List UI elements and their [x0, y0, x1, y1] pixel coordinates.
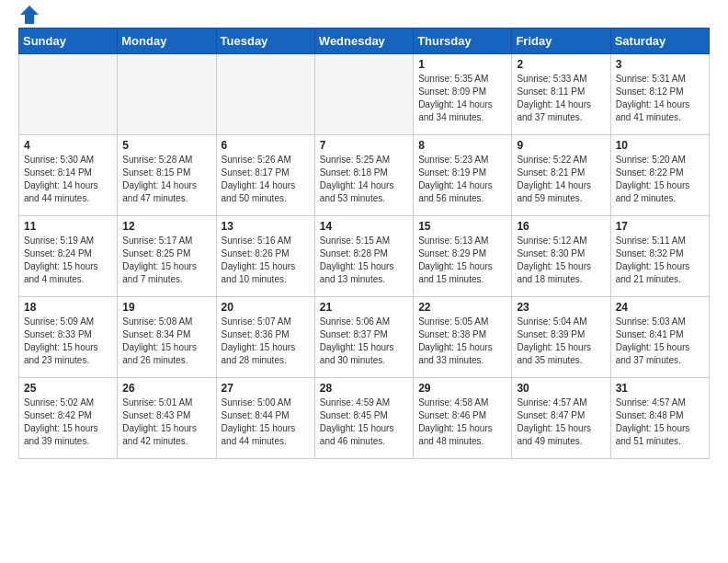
weekday-header-saturday: Saturday	[610, 29, 709, 54]
day-number: 24	[616, 301, 704, 314]
weekday-header-wednesday: Wednesday	[314, 29, 413, 54]
day-cell-7: 7Sunrise: 5:25 AM Sunset: 8:18 PM Daylig…	[314, 135, 413, 216]
weekday-header-sunday: Sunday	[19, 29, 118, 54]
day-info: Sunrise: 5:07 AM Sunset: 8:36 PM Dayligh…	[222, 316, 310, 367]
day-info: Sunrise: 5:19 AM Sunset: 8:24 PM Dayligh…	[24, 235, 112, 286]
day-info: Sunrise: 5:28 AM Sunset: 8:15 PM Dayligh…	[122, 154, 210, 205]
day-cell-13: 13Sunrise: 5:16 AM Sunset: 8:26 PM Dayli…	[216, 216, 314, 297]
day-info: Sunrise: 5:01 AM Sunset: 8:43 PM Dayligh…	[122, 396, 210, 448]
day-cell-11: 11Sunrise: 5:19 AM Sunset: 8:24 PM Dayli…	[19, 216, 118, 297]
day-cell-5: 5Sunrise: 5:28 AM Sunset: 8:15 PM Daylig…	[118, 135, 216, 216]
day-info: Sunrise: 5:03 AM Sunset: 8:41 PM Dayligh…	[616, 316, 704, 367]
day-number: 15	[418, 220, 506, 233]
day-cell-15: 15Sunrise: 5:13 AM Sunset: 8:29 PM Dayli…	[414, 216, 512, 297]
day-info: Sunrise: 5:11 AM Sunset: 8:32 PM Dayligh…	[616, 235, 704, 286]
day-info: Sunrise: 5:09 AM Sunset: 8:33 PM Dayligh…	[24, 316, 112, 367]
day-info: Sunrise: 5:02 AM Sunset: 8:42 PM Dayligh…	[24, 396, 112, 448]
day-number: 4	[24, 139, 112, 152]
day-info: Sunrise: 5:04 AM Sunset: 8:39 PM Dayligh…	[517, 316, 605, 367]
day-number: 23	[517, 301, 605, 314]
day-cell-16: 16Sunrise: 5:12 AM Sunset: 8:30 PM Dayli…	[512, 216, 610, 297]
logo	[18, 15, 39, 24]
weekday-header-friday: Friday	[512, 29, 610, 54]
week-row-1: 1Sunrise: 5:35 AM Sunset: 8:09 PM Daylig…	[19, 54, 710, 135]
weekday-header-monday: Monday	[118, 29, 216, 54]
day-number: 22	[418, 301, 506, 314]
day-number: 20	[222, 301, 310, 314]
day-cell-8: 8Sunrise: 5:23 AM Sunset: 8:19 PM Daylig…	[414, 135, 512, 216]
day-info: Sunrise: 5:05 AM Sunset: 8:38 PM Dayligh…	[418, 316, 506, 367]
day-cell-3: 3Sunrise: 5:31 AM Sunset: 8:12 PM Daylig…	[610, 54, 709, 135]
day-number: 31	[616, 382, 704, 395]
day-cell-17: 17Sunrise: 5:11 AM Sunset: 8:32 PM Dayli…	[610, 216, 709, 297]
day-info: Sunrise: 5:20 AM Sunset: 8:22 PM Dayligh…	[616, 154, 704, 205]
day-number: 13	[222, 220, 310, 233]
week-row-4: 18Sunrise: 5:09 AM Sunset: 8:33 PM Dayli…	[19, 297, 710, 378]
empty-cell	[314, 54, 413, 135]
weekday-header-tuesday: Tuesday	[216, 29, 314, 54]
day-cell-1: 1Sunrise: 5:35 AM Sunset: 8:09 PM Daylig…	[414, 54, 512, 135]
day-info: Sunrise: 5:23 AM Sunset: 8:19 PM Dayligh…	[418, 154, 506, 205]
day-info: Sunrise: 5:22 AM Sunset: 8:21 PM Dayligh…	[517, 154, 605, 205]
page-container: SundayMondayTuesdayWednesdayThursdayFrid…	[0, 0, 728, 474]
day-number: 14	[320, 220, 408, 233]
day-cell-20: 20Sunrise: 5:07 AM Sunset: 8:36 PM Dayli…	[216, 297, 314, 378]
empty-cell	[216, 54, 314, 135]
week-row-5: 25Sunrise: 5:02 AM Sunset: 8:42 PM Dayli…	[19, 378, 710, 459]
day-number: 28	[320, 382, 408, 395]
day-number: 5	[122, 139, 210, 152]
day-cell-2: 2Sunrise: 5:33 AM Sunset: 8:11 PM Daylig…	[512, 54, 610, 135]
day-number: 30	[517, 382, 605, 395]
week-row-3: 11Sunrise: 5:19 AM Sunset: 8:24 PM Dayli…	[19, 216, 710, 297]
day-number: 21	[320, 301, 408, 314]
day-number: 25	[24, 382, 112, 395]
header	[18, 15, 710, 24]
day-number: 12	[122, 220, 210, 233]
day-cell-22: 22Sunrise: 5:05 AM Sunset: 8:38 PM Dayli…	[414, 297, 512, 378]
day-cell-25: 25Sunrise: 5:02 AM Sunset: 8:42 PM Dayli…	[19, 378, 118, 459]
day-number: 9	[517, 139, 605, 152]
day-cell-9: 9Sunrise: 5:22 AM Sunset: 8:21 PM Daylig…	[512, 135, 610, 216]
day-cell-28: 28Sunrise: 4:59 AM Sunset: 8:45 PM Dayli…	[314, 378, 413, 459]
day-info: Sunrise: 5:16 AM Sunset: 8:26 PM Dayligh…	[222, 235, 310, 286]
day-number: 7	[320, 139, 408, 152]
day-cell-18: 18Sunrise: 5:09 AM Sunset: 8:33 PM Dayli…	[19, 297, 118, 378]
day-cell-26: 26Sunrise: 5:01 AM Sunset: 8:43 PM Dayli…	[118, 378, 216, 459]
logo-icon	[20, 6, 39, 24]
day-cell-24: 24Sunrise: 5:03 AM Sunset: 8:41 PM Dayli…	[610, 297, 709, 378]
day-number: 26	[122, 382, 210, 395]
day-number: 11	[24, 220, 112, 233]
day-cell-12: 12Sunrise: 5:17 AM Sunset: 8:25 PM Dayli…	[118, 216, 216, 297]
day-number: 8	[418, 139, 506, 152]
day-info: Sunrise: 5:31 AM Sunset: 8:12 PM Dayligh…	[616, 73, 704, 124]
day-number: 10	[616, 139, 704, 152]
day-cell-4: 4Sunrise: 5:30 AM Sunset: 8:14 PM Daylig…	[19, 135, 118, 216]
day-info: Sunrise: 4:59 AM Sunset: 8:45 PM Dayligh…	[320, 396, 408, 448]
day-number: 27	[222, 382, 310, 395]
day-number: 17	[616, 220, 704, 233]
day-info: Sunrise: 5:26 AM Sunset: 8:17 PM Dayligh…	[222, 154, 310, 205]
day-info: Sunrise: 4:57 AM Sunset: 8:48 PM Dayligh…	[616, 396, 704, 448]
week-row-2: 4Sunrise: 5:30 AM Sunset: 8:14 PM Daylig…	[19, 135, 710, 216]
day-cell-27: 27Sunrise: 5:00 AM Sunset: 8:44 PM Dayli…	[216, 378, 314, 459]
day-info: Sunrise: 5:00 AM Sunset: 8:44 PM Dayligh…	[222, 396, 310, 448]
day-number: 6	[222, 139, 310, 152]
day-number: 3	[616, 58, 704, 71]
day-info: Sunrise: 5:33 AM Sunset: 8:11 PM Dayligh…	[517, 73, 605, 124]
day-cell-23: 23Sunrise: 5:04 AM Sunset: 8:39 PM Dayli…	[512, 297, 610, 378]
day-cell-6: 6Sunrise: 5:26 AM Sunset: 8:17 PM Daylig…	[216, 135, 314, 216]
empty-cell	[118, 54, 216, 135]
day-cell-21: 21Sunrise: 5:06 AM Sunset: 8:37 PM Dayli…	[314, 297, 413, 378]
day-number: 18	[24, 301, 112, 314]
calendar-table: SundayMondayTuesdayWednesdayThursdayFrid…	[18, 28, 710, 459]
day-info: Sunrise: 5:15 AM Sunset: 8:28 PM Dayligh…	[320, 235, 408, 286]
day-info: Sunrise: 5:25 AM Sunset: 8:18 PM Dayligh…	[320, 154, 408, 205]
weekday-header-thursday: Thursday	[414, 29, 512, 54]
day-info: Sunrise: 4:57 AM Sunset: 8:47 PM Dayligh…	[517, 396, 605, 448]
day-number: 16	[517, 220, 605, 233]
day-cell-31: 31Sunrise: 4:57 AM Sunset: 8:48 PM Dayli…	[610, 378, 709, 459]
day-info: Sunrise: 4:58 AM Sunset: 8:46 PM Dayligh…	[418, 396, 506, 448]
empty-cell	[19, 54, 118, 135]
day-cell-14: 14Sunrise: 5:15 AM Sunset: 8:28 PM Dayli…	[314, 216, 413, 297]
day-info: Sunrise: 5:35 AM Sunset: 8:09 PM Dayligh…	[418, 73, 506, 124]
